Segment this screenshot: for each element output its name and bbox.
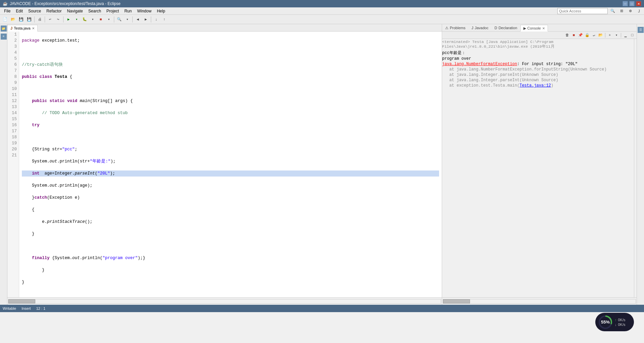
line-1: package exception.test;: [22, 38, 439, 44]
console-pin-button[interactable]: 📌: [577, 32, 584, 38]
line-9: [22, 134, 439, 140]
line-18: [22, 243, 439, 249]
menu-search[interactable]: Search: [86, 7, 104, 15]
menu-edit[interactable]: Edit: [13, 7, 26, 15]
menu-file[interactable]: File: [1, 7, 13, 15]
menu-refactor[interactable]: Refactor: [44, 7, 64, 15]
save-all-button[interactable]: 💾: [26, 16, 33, 23]
line-15: {: [22, 207, 439, 213]
stop-button[interactable]: ■: [97, 16, 104, 23]
menu-help[interactable]: Help: [154, 7, 168, 15]
clear-console-button[interactable]: 🗑: [564, 32, 570, 38]
stop-dropdown[interactable]: ▾: [105, 16, 113, 23]
line-20: }: [22, 267, 439, 273]
package-explorer-icon[interactable]: 📁: [1, 26, 7, 32]
console-bottom-scrollbar[interactable]: [442, 297, 637, 305]
undo-button[interactable]: ↩: [46, 16, 54, 23]
menu-project[interactable]: Project: [104, 7, 122, 15]
quick-access-input[interactable]: [557, 8, 608, 14]
run-dropdown[interactable]: ▾: [73, 16, 80, 23]
minimize-button[interactable]: ─: [622, 1, 628, 6]
exception-link[interactable]: java.lang.NumberFormatException: [442, 62, 517, 66]
run-button[interactable]: ▶: [65, 16, 72, 23]
console-h-scroll-thumb[interactable]: [443, 299, 470, 303]
javadoc-label: Javadoc: [475, 26, 488, 30]
line-16: e.printStackTrace();: [22, 219, 439, 225]
forward-button[interactable]: ▶: [142, 16, 149, 23]
console-tab[interactable]: ▶ Console ✕: [520, 25, 548, 32]
javadoc-icon: J: [471, 26, 473, 30]
outline-icon[interactable]: ≡: [1, 34, 7, 40]
console-toolbar: 🗑 ■ 📌 🔒 ↵ 📂 + ▾ ▁ □: [442, 32, 637, 39]
maximize-button[interactable]: □: [629, 1, 635, 6]
editor-bottom-scrollbar[interactable]: [7, 297, 442, 305]
tab-label: Testa.java: [14, 26, 31, 30]
menu-window[interactable]: Window: [134, 7, 154, 15]
right-sidebar-icon-1[interactable]: ☰: [638, 27, 644, 33]
code-editor[interactable]: 12345 678910 1112131415 1617181920 21 pa…: [7, 32, 442, 297]
menu-run[interactable]: Run: [122, 7, 134, 15]
stack-trace-3: at java.lang.Integer.parseInt(Unknown So…: [442, 78, 634, 83]
scroll-lock-button[interactable]: 🔒: [584, 32, 590, 38]
open-button[interactable]: 📂: [9, 16, 17, 23]
download-row: ↓ 0K/s: [615, 323, 626, 327]
menu-source[interactable]: Source: [26, 7, 44, 15]
console-label: Console: [527, 26, 541, 30]
console-scrollbar[interactable]: [634, 39, 637, 297]
separator-1: [34, 16, 35, 22]
toolbar: 📄 📂 💾 💾 🖨 ↩ ↪ ▶ ▾ 🐛 ▾ ■ ▾ 🔍 ▾ ◀ ▶ ↓ ↑: [0, 15, 644, 24]
prev-annotation[interactable]: ↑: [161, 16, 168, 23]
redo-button[interactable]: ↪: [54, 16, 62, 23]
tab-icon: J: [10, 26, 12, 30]
javadoc-tab[interactable]: J Javadoc: [468, 24, 491, 31]
window-controls[interactable]: ─ □ ✕: [622, 1, 641, 6]
quick-access-icon[interactable]: 🔍: [609, 7, 616, 15]
left-sidebar: 📁 ≡: [0, 24, 7, 305]
separator-5: [132, 16, 133, 22]
code-content[interactable]: package exception.test; //try-catch语句块 p…: [19, 32, 442, 297]
open-console-button[interactable]: 📂: [598, 32, 604, 38]
print-button[interactable]: 🖨: [36, 16, 43, 23]
testa-link[interactable]: Testa.java:12: [519, 83, 551, 88]
editor-container: J Testa.java ✕ 12345 678910 1112131415 1…: [7, 24, 442, 305]
line-13: System.out.println(age);: [22, 183, 439, 189]
line-11: System.out.println(str+"年龄是:");: [22, 158, 439, 164]
problems-tab[interactable]: ⚠ Problems: [442, 24, 468, 31]
save-button[interactable]: 💾: [17, 16, 25, 23]
download-arrow-icon: ↓: [615, 323, 617, 327]
minimize-panel-button[interactable]: ▁: [622, 32, 629, 38]
console-view-menu[interactable]: ▾: [613, 32, 619, 38]
console-new-button[interactable]: +: [607, 32, 613, 38]
upload-arrow-icon: ↑: [615, 318, 617, 322]
next-annotation[interactable]: ↓: [153, 16, 160, 23]
back-button[interactable]: ◀: [134, 16, 141, 23]
search-dropdown[interactable]: ▾: [124, 16, 131, 23]
console-close-button[interactable]: ✕: [542, 27, 545, 30]
debug-button[interactable]: 🐛: [81, 16, 88, 23]
right-panel: ⚠ Problems J Javadoc D Declaration ▶ Con…: [442, 24, 637, 305]
terminate-button[interactable]: ■: [571, 32, 577, 38]
testa-java-tab[interactable]: J Testa.java ✕: [7, 25, 38, 32]
console-output[interactable]: <terminated> Testa [Java Application] C:…: [442, 39, 634, 297]
new-perspective-button[interactable]: ⊕: [627, 7, 634, 15]
word-wrap-button[interactable]: ↵: [591, 32, 597, 38]
h-scroll-thumb[interactable]: [8, 299, 35, 303]
status-bar: Writable Insert 12 : 1: [0, 305, 644, 312]
new-button[interactable]: 📄: [1, 16, 9, 23]
problems-label: Problems: [450, 26, 465, 30]
line-7: // TODO Auto-generated method stub: [22, 110, 439, 116]
title-bar: ☕ JAVACODE - Exception/src/exception/tes…: [0, 0, 644, 7]
app-icon: ☕: [3, 1, 8, 6]
debug-dropdown[interactable]: ▾: [89, 16, 96, 23]
maximize-panel-button[interactable]: □: [629, 32, 635, 38]
perspective-button3[interactable]: J: [635, 7, 643, 15]
line-3: //try-catch语句块: [22, 62, 439, 68]
declaration-tab[interactable]: D Declaration: [491, 24, 520, 31]
open-perspective-button[interactable]: ⊞: [618, 7, 625, 15]
console-h-scroll-track[interactable]: [443, 299, 636, 304]
close-button[interactable]: ✕: [636, 1, 641, 6]
menu-navigate[interactable]: Navigate: [64, 7, 85, 15]
h-scroll-track[interactable]: [8, 299, 441, 304]
search-button[interactable]: 🔍: [116, 16, 123, 23]
tab-close-button[interactable]: ✕: [32, 27, 35, 30]
